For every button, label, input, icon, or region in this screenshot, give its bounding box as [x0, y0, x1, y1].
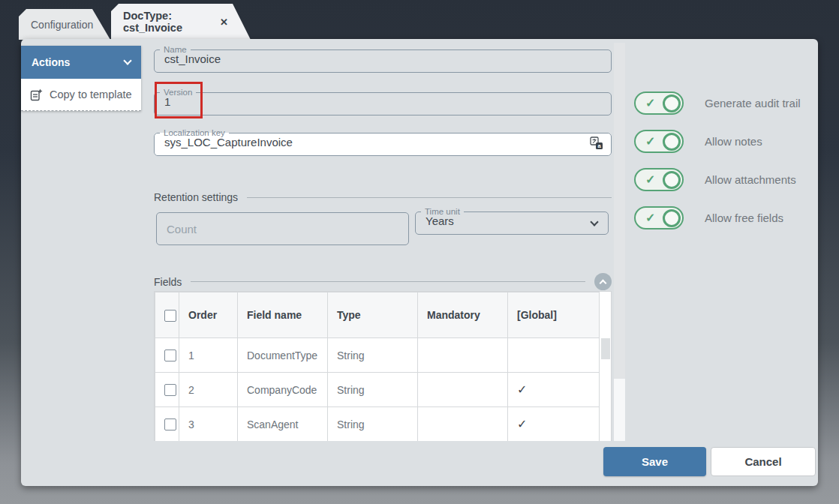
version-field-value: 1	[155, 95, 611, 115]
doctype-form: Name cst_Invoice Version 1 Localization …	[154, 39, 612, 486]
actions-menu-header[interactable]: Actions	[21, 46, 141, 79]
tab-doctype-cst-invoice[interactable]: DocType: cst_Invoice ✕	[111, 4, 251, 40]
cell-order: 3	[179, 407, 238, 442]
chevron-down-icon	[123, 56, 131, 64]
time-unit-value: Years	[416, 214, 591, 234]
close-tab-icon[interactable]: ✕	[220, 16, 228, 28]
row-checkbox[interactable]	[164, 350, 176, 362]
table-row[interactable]: 2 CompanyCode String ✓	[155, 373, 600, 407]
fields-table-container: Order Field name Type Mandatory [Global]…	[154, 291, 612, 441]
chevron-down-icon	[590, 218, 598, 226]
tab-configuration-label: Configuration	[31, 19, 93, 31]
cell-order: 2	[179, 373, 238, 407]
retention-settings-section: Retention settings	[154, 191, 612, 203]
column-header-field-name: Field name	[238, 292, 328, 338]
toggle-allow-free-fields: ✓ Allow free fields	[634, 206, 783, 230]
chevron-up-icon	[600, 279, 607, 286]
toggle-generate-audit-trail: ✓ Generate audit trail	[634, 92, 801, 115]
table-header-row: Order Field name Type Mandatory [Global]	[155, 292, 600, 338]
table-scrollbar-thumb[interactable]	[601, 338, 610, 359]
tab-configuration[interactable]: Configuration	[19, 9, 110, 40]
tab-doctype-label: DocType: cst_Invoice	[123, 10, 213, 34]
collapse-fields-button[interactable]	[594, 273, 612, 290]
check-icon: ✓	[645, 172, 655, 187]
toggle-allow-notes: ✓ Allow notes	[634, 130, 762, 153]
panel-scrollbar-thumb[interactable]	[614, 43, 625, 379]
doctype-editor-panel: Actions Copy to template Name cst_Invoic…	[21, 39, 818, 486]
cell-global	[508, 338, 600, 373]
localization-key-value: sys_LOC_CaptureInvoice	[155, 136, 590, 155]
cell-mandatory	[418, 373, 508, 407]
cell-mandatory	[418, 338, 508, 373]
cell-order: 1	[179, 338, 238, 373]
toggle-switch[interactable]: ✓	[634, 168, 684, 191]
cancel-button[interactable]: Cancel	[711, 447, 816, 476]
global-check-icon: ✓	[517, 383, 527, 396]
retention-settings-label: Retention settings	[154, 191, 238, 203]
name-field-value: cst_Invoice	[155, 52, 611, 72]
toggle-knob	[663, 171, 681, 189]
check-icon: ✓	[645, 96, 655, 110]
fields-table: Order Field name Type Mandatory [Global]…	[155, 292, 600, 441]
toggle-label: Generate audit trail	[705, 97, 801, 110]
select-all-checkbox[interactable]	[164, 310, 176, 322]
fields-section-label: Fields	[154, 276, 182, 288]
cell-type: String	[328, 407, 418, 442]
cell-type: String	[328, 338, 418, 373]
table-row[interactable]: 1 DocumentType String	[155, 338, 600, 373]
column-header-mandatory: Mandatory	[418, 292, 508, 338]
toggle-switch[interactable]: ✓	[634, 130, 684, 153]
cell-field-name: DocumentType	[238, 338, 328, 373]
toggle-switch[interactable]: ✓	[634, 92, 684, 115]
check-icon: ✓	[645, 134, 655, 148]
menu-item-copy-to-template[interactable]: Copy to template	[21, 79, 141, 111]
toggle-label: Allow free fields	[705, 212, 783, 224]
toggle-label: Allow attachments	[705, 173, 796, 186]
panel-scrollbar[interactable]	[614, 43, 625, 441]
column-header-type: Type	[328, 292, 418, 338]
divider	[191, 281, 585, 282]
version-field[interactable]: Version 1	[154, 88, 612, 116]
translate-icon[interactable]: a	[590, 136, 603, 150]
global-check-icon: ✓	[517, 418, 527, 430]
toggle-allow-attachments: ✓ Allow attachments	[634, 168, 796, 191]
divider	[247, 197, 612, 198]
time-unit-select[interactable]: Time unit Years	[415, 207, 609, 235]
column-header-global: [Global]	[508, 292, 600, 338]
cell-type: String	[328, 373, 418, 407]
actions-menu-label: Actions	[32, 56, 70, 68]
toggle-knob	[663, 133, 681, 151]
menu-item-label: Copy to template	[50, 88, 132, 100]
cell-mandatory	[418, 407, 508, 442]
toggle-switch[interactable]: ✓	[634, 206, 684, 230]
check-icon: ✓	[645, 211, 655, 225]
count-input[interactable]	[156, 212, 409, 245]
toggle-label: Allow notes	[705, 135, 762, 148]
copy-to-template-icon	[30, 88, 43, 101]
fields-section: Fields	[154, 273, 612, 290]
table-row[interactable]: 3 ScanAgent String ✓	[155, 407, 600, 442]
row-checkbox[interactable]	[164, 418, 176, 430]
save-button[interactable]: Save	[603, 447, 706, 476]
column-header-order: Order	[179, 292, 238, 338]
toggle-knob	[663, 94, 681, 112]
localization-key-field[interactable]: Localization key sys_LOC_CaptureInvoice …	[154, 128, 612, 156]
row-checkbox[interactable]	[164, 384, 176, 396]
cell-field-name: CompanyCode	[238, 373, 328, 407]
actions-menu: Actions Copy to template	[21, 46, 141, 111]
toggle-knob	[663, 209, 681, 227]
cell-field-name: ScanAgent	[238, 407, 328, 442]
name-field[interactable]: Name cst_Invoice	[154, 45, 612, 73]
